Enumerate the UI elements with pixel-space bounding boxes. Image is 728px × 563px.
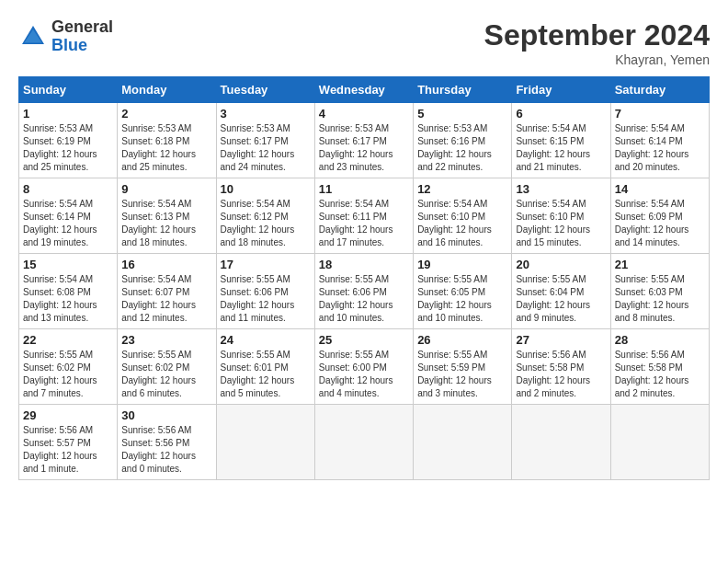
calendar-cell: 24 Sunrise: 5:55 AM Sunset: 6:01 PM Dayl…	[216, 329, 314, 405]
day-number: 21	[615, 258, 705, 271]
calendar-cell	[610, 405, 709, 480]
day-number: 2	[121, 107, 211, 121]
day-number: 20	[516, 258, 606, 271]
day-number: 18	[319, 258, 409, 271]
day-info: Sunrise: 5:55 AM Sunset: 6:06 PM Dayligh…	[221, 273, 311, 325]
day-info: Sunrise: 5:54 AM Sunset: 6:14 PM Dayligh…	[615, 122, 705, 174]
calendar-cell: 25 Sunrise: 5:55 AM Sunset: 6:00 PM Dayl…	[314, 329, 413, 405]
day-info: Sunrise: 5:53 AM Sunset: 6:17 PM Dayligh…	[221, 122, 311, 174]
calendar-week-4: 22 Sunrise: 5:55 AM Sunset: 6:02 PM Dayl…	[19, 329, 710, 405]
calendar-cell	[414, 405, 512, 480]
day-info: Sunrise: 5:54 AM Sunset: 6:10 PM Dayligh…	[417, 198, 507, 249]
day-info: Sunrise: 5:55 AM Sunset: 6:04 PM Dayligh…	[516, 273, 606, 325]
calendar-cell: 27 Sunrise: 5:56 AM Sunset: 5:58 PM Dayl…	[512, 329, 610, 405]
day-info: Sunrise: 5:55 AM Sunset: 6:06 PM Dayligh…	[319, 273, 409, 325]
calendar-week-1: 1 Sunrise: 5:53 AM Sunset: 6:19 PM Dayli…	[19, 103, 710, 178]
day-info: Sunrise: 5:55 AM Sunset: 5:59 PM Dayligh…	[417, 349, 507, 400]
calendar-cell: 16 Sunrise: 5:54 AM Sunset: 6:07 PM Dayl…	[118, 254, 216, 329]
logo-blue: Blue	[51, 37, 113, 55]
day-number: 14	[615, 182, 705, 196]
calendar-cell: 26 Sunrise: 5:55 AM Sunset: 5:59 PM Dayl…	[414, 329, 512, 405]
day-number: 25	[319, 333, 409, 347]
day-number: 29	[23, 408, 113, 422]
calendar-cell: 2 Sunrise: 5:53 AM Sunset: 6:18 PM Dayli…	[118, 103, 216, 178]
calendar-cell: 8 Sunrise: 5:54 AM Sunset: 6:14 PM Dayli…	[19, 178, 118, 254]
day-info: Sunrise: 5:54 AM Sunset: 6:15 PM Dayligh…	[516, 122, 606, 174]
day-number: 27	[516, 333, 606, 347]
day-info: Sunrise: 5:56 AM Sunset: 5:58 PM Dayligh…	[516, 349, 606, 400]
col-header-friday: Friday	[512, 77, 610, 103]
day-number: 3	[221, 107, 311, 121]
day-info: Sunrise: 5:54 AM Sunset: 6:08 PM Dayligh…	[23, 273, 113, 325]
day-number: 16	[121, 258, 211, 271]
calendar-cell: 15 Sunrise: 5:54 AM Sunset: 6:08 PM Dayl…	[19, 254, 118, 329]
col-header-tuesday: Tuesday	[216, 77, 314, 103]
calendar-cell: 14 Sunrise: 5:54 AM Sunset: 6:09 PM Dayl…	[610, 178, 709, 254]
calendar-cell: 1 Sunrise: 5:53 AM Sunset: 6:19 PM Dayli…	[19, 103, 118, 178]
calendar-cell: 18 Sunrise: 5:55 AM Sunset: 6:06 PM Dayl…	[314, 254, 413, 329]
calendar-cell: 20 Sunrise: 5:55 AM Sunset: 6:04 PM Dayl…	[512, 254, 610, 329]
location: Khayran, Yemen	[484, 52, 710, 67]
calendar-cell: 28 Sunrise: 5:56 AM Sunset: 5:58 PM Dayl…	[610, 329, 709, 405]
day-number: 17	[221, 258, 311, 271]
col-header-sunday: Sunday	[19, 77, 118, 103]
day-number: 22	[23, 333, 113, 347]
calendar-cell: 5 Sunrise: 5:53 AM Sunset: 6:16 PM Dayli…	[414, 103, 512, 178]
calendar-cell: 10 Sunrise: 5:54 AM Sunset: 6:12 PM Dayl…	[216, 178, 314, 254]
day-number: 6	[516, 107, 606, 121]
col-header-saturday: Saturday	[610, 77, 709, 103]
day-number: 1	[23, 107, 113, 121]
calendar-cell: 9 Sunrise: 5:54 AM Sunset: 6:13 PM Dayli…	[118, 178, 216, 254]
day-info: Sunrise: 5:54 AM Sunset: 6:12 PM Dayligh…	[221, 198, 311, 249]
calendar-cell: 30 Sunrise: 5:56 AM Sunset: 5:56 PM Dayl…	[118, 405, 216, 480]
calendar-cell	[216, 405, 314, 480]
day-info: Sunrise: 5:56 AM Sunset: 5:58 PM Dayligh…	[615, 349, 705, 400]
calendar-cell: 19 Sunrise: 5:55 AM Sunset: 6:05 PM Dayl…	[414, 254, 512, 329]
calendar-cell	[512, 405, 610, 480]
day-info: Sunrise: 5:54 AM Sunset: 6:10 PM Dayligh…	[516, 198, 606, 249]
calendar-cell: 12 Sunrise: 5:54 AM Sunset: 6:10 PM Dayl…	[414, 178, 512, 254]
calendar-week-2: 8 Sunrise: 5:54 AM Sunset: 6:14 PM Dayli…	[19, 178, 710, 254]
calendar-cell: 6 Sunrise: 5:54 AM Sunset: 6:15 PM Dayli…	[512, 103, 610, 178]
calendar-cell: 21 Sunrise: 5:55 AM Sunset: 6:03 PM Dayl…	[610, 254, 709, 329]
col-header-monday: Monday	[118, 77, 216, 103]
day-number: 26	[417, 333, 507, 347]
calendar-cell	[314, 405, 413, 480]
day-info: Sunrise: 5:54 AM Sunset: 6:09 PM Dayligh…	[615, 198, 705, 249]
day-number: 19	[417, 258, 507, 271]
day-number: 11	[319, 182, 409, 196]
calendar-week-5: 29 Sunrise: 5:56 AM Sunset: 5:57 PM Dayl…	[19, 405, 710, 480]
day-info: Sunrise: 5:56 AM Sunset: 5:56 PM Dayligh…	[121, 424, 211, 476]
col-header-wednesday: Wednesday	[314, 77, 413, 103]
logo-text: General Blue	[51, 18, 113, 55]
day-number: 5	[417, 107, 507, 121]
calendar-table: SundayMondayTuesdayWednesdayThursdayFrid…	[18, 76, 710, 480]
day-number: 24	[221, 333, 311, 347]
calendar-cell: 23 Sunrise: 5:55 AM Sunset: 6:02 PM Dayl…	[118, 329, 216, 405]
day-info: Sunrise: 5:55 AM Sunset: 6:02 PM Dayligh…	[23, 349, 113, 400]
day-info: Sunrise: 5:55 AM Sunset: 6:01 PM Dayligh…	[221, 349, 311, 400]
month-year: September 2024	[484, 18, 710, 52]
day-info: Sunrise: 5:54 AM Sunset: 6:11 PM Dayligh…	[319, 198, 409, 249]
calendar-cell: 22 Sunrise: 5:55 AM Sunset: 6:02 PM Dayl…	[19, 329, 118, 405]
logo-icon	[18, 22, 48, 52]
logo-general: General	[51, 18, 113, 37]
page-header: General Blue September 2024 Khayran, Yem…	[18, 18, 710, 67]
day-info: Sunrise: 5:55 AM Sunset: 6:00 PM Dayligh…	[319, 349, 409, 400]
day-info: Sunrise: 5:54 AM Sunset: 6:14 PM Dayligh…	[23, 198, 113, 249]
day-info: Sunrise: 5:54 AM Sunset: 6:07 PM Dayligh…	[121, 273, 211, 325]
calendar-cell: 17 Sunrise: 5:55 AM Sunset: 6:06 PM Dayl…	[216, 254, 314, 329]
day-info: Sunrise: 5:53 AM Sunset: 6:19 PM Dayligh…	[23, 122, 113, 174]
day-info: Sunrise: 5:55 AM Sunset: 6:02 PM Dayligh…	[121, 349, 211, 400]
calendar-cell: 4 Sunrise: 5:53 AM Sunset: 6:17 PM Dayli…	[314, 103, 413, 178]
day-number: 12	[417, 182, 507, 196]
day-number: 9	[121, 182, 211, 196]
calendar-week-3: 15 Sunrise: 5:54 AM Sunset: 6:08 PM Dayl…	[19, 254, 710, 329]
day-info: Sunrise: 5:53 AM Sunset: 6:18 PM Dayligh…	[121, 122, 211, 174]
day-number: 4	[319, 107, 409, 121]
logo: General Blue	[18, 18, 113, 55]
header-row: SundayMondayTuesdayWednesdayThursdayFrid…	[19, 77, 710, 103]
calendar-cell: 13 Sunrise: 5:54 AM Sunset: 6:10 PM Dayl…	[512, 178, 610, 254]
day-number: 10	[221, 182, 311, 196]
calendar-cell: 29 Sunrise: 5:56 AM Sunset: 5:57 PM Dayl…	[19, 405, 118, 480]
